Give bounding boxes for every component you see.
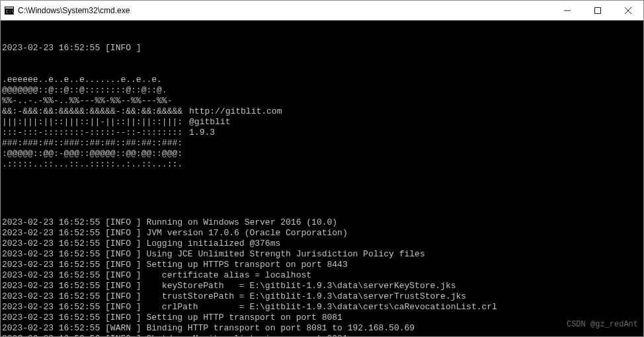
log-line: 2023-02-23 16:52:55 [INFO ] trustStorePa… — [2, 291, 643, 302]
spacer — [2, 191, 643, 196]
log-line: 2023-02-23 16:52:55 [INFO ] Logging init… — [2, 239, 643, 249]
ascii-meta: http://gitblit.com @gitblit 1.9.3 — [189, 75, 282, 138]
cmd-window: C:\ C:\Windows\System32\cmd.exe 2023-02-… — [0, 0, 644, 337]
watermark: CSDN @gz_redAnt — [567, 319, 638, 330]
log-line: 2023-02-23 16:52:55 [INFO ] Using JCE Un… — [2, 249, 643, 260]
log-line: 2023-02-23 16:52:55 [INFO ] — [2, 43, 643, 54]
terminal-output[interactable]: 2023-02-23 16:52:55 [INFO ] .eeeeee..e..… — [1, 20, 643, 336]
svg-rect-1 — [5, 7, 13, 9]
window-controls — [552, 1, 643, 20]
log-line: 2023-02-23 16:52:55 [INFO ] Setting up H… — [2, 313, 643, 323]
log-block: 2023-02-23 16:52:55 [INFO ] Running on W… — [2, 217, 643, 336]
svg-rect-4 — [595, 7, 601, 13]
log-line: 2023-02-23 16:52:55 [INFO ] crlPath = E:… — [2, 302, 643, 313]
log-line: 2023-02-23 16:52:55 [INFO ] JVM version … — [2, 228, 643, 239]
ascii-art: .eeeeee..e..e..e.......e..e..e. @@@@@@@:… — [2, 75, 182, 170]
cmd-icon: C:\ — [1, 7, 18, 15]
log-line: 2023-02-23 16:52:56 [INFO ] Shutdown Mon… — [2, 334, 643, 336]
titlebar[interactable]: C:\ C:\Windows\System32\cmd.exe — [1, 1, 643, 20]
log-line: 2023-02-23 16:52:55 [WARN ] Binding HTTP… — [2, 323, 643, 334]
log-line: 2023-02-23 16:52:55 [INFO ] Setting up H… — [2, 260, 643, 270]
window-title: C:\Windows\System32\cmd.exe — [18, 6, 552, 15]
close-button[interactable] — [613, 1, 643, 20]
minimize-button[interactable] — [552, 1, 583, 20]
log-line: 2023-02-23 16:52:55 [INFO ] certificate … — [2, 270, 643, 281]
svg-text:C:\: C:\ — [6, 9, 14, 15]
log-line: 2023-02-23 16:52:55 [INFO ] keyStorePath… — [2, 281, 643, 291]
maximize-button[interactable] — [583, 1, 613, 20]
log-line: 2023-02-23 16:52:55 [INFO ] Running on W… — [2, 217, 643, 228]
ascii-banner: .eeeeee..e..e..e.......e..e..e. @@@@@@@:… — [2, 75, 643, 170]
